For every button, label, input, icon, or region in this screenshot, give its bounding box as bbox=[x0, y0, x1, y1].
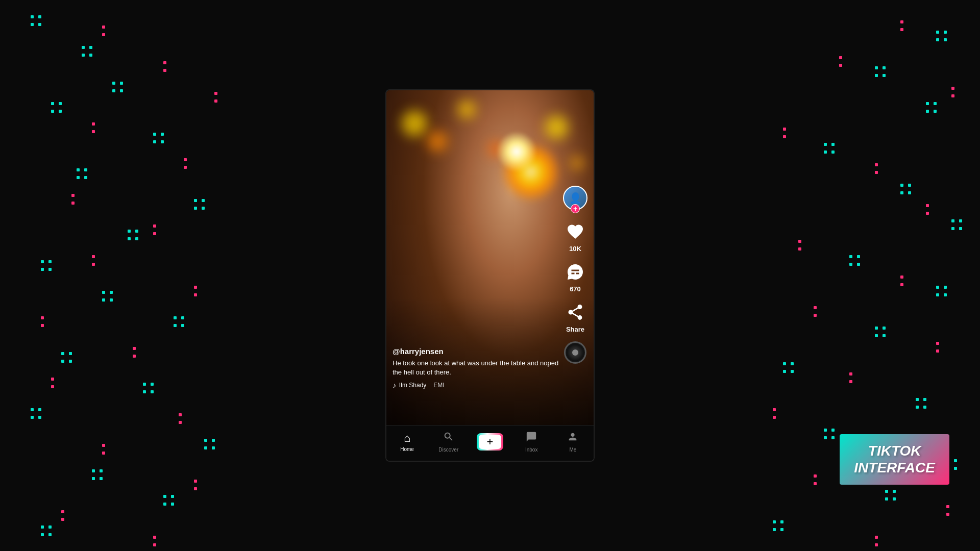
plus-gradient-bg: + bbox=[477, 433, 503, 450]
discover-icon bbox=[443, 431, 454, 445]
comment-icon bbox=[564, 261, 586, 283]
spinning-record bbox=[564, 341, 586, 364]
comment-button[interactable]: 670 bbox=[564, 261, 586, 293]
home-icon: ⌂ bbox=[404, 432, 410, 445]
share-label: Share bbox=[566, 325, 584, 333]
video-info-panel: @harryjensen He took one look at what wa… bbox=[393, 347, 560, 389]
video-caption: He took one look at what was under the t… bbox=[393, 359, 560, 377]
follow-button[interactable]: + bbox=[571, 204, 580, 213]
inbox-label: Inbox bbox=[525, 447, 537, 453]
like-button[interactable]: 10K bbox=[564, 220, 586, 253]
share-button[interactable]: Share bbox=[564, 301, 586, 333]
plus-icon: + bbox=[487, 436, 494, 447]
record-center bbox=[572, 349, 578, 356]
nav-discover[interactable]: Discover bbox=[428, 431, 469, 453]
music-disc[interactable] bbox=[564, 341, 586, 364]
discover-label: Discover bbox=[438, 447, 458, 453]
plus-white-center: + bbox=[479, 435, 501, 449]
me-icon bbox=[567, 431, 578, 445]
tiktok-brand-badge: TIKTOK INTERFACE bbox=[840, 434, 949, 485]
music-note-icon: ♪ bbox=[393, 381, 396, 389]
inbox-icon bbox=[526, 431, 537, 445]
sparkler-center bbox=[496, 131, 537, 172]
video-content[interactable]: 👤 + 10K 670 bbox=[386, 90, 594, 425]
phone-frame: 👤 + 10K 670 bbox=[385, 89, 595, 462]
create-button[interactable]: + bbox=[477, 433, 503, 450]
creator-avatar[interactable]: 👤 + bbox=[563, 186, 587, 210]
bokeh-light bbox=[427, 131, 448, 152]
home-label: Home bbox=[400, 446, 414, 452]
bottom-navigation: ⌂ Home Discover + bbox=[386, 425, 594, 461]
music-row: ♪ lIm Shady EMI bbox=[393, 381, 560, 389]
bokeh-light bbox=[458, 101, 476, 118]
nav-me[interactable]: Me bbox=[552, 431, 594, 453]
me-label: Me bbox=[569, 447, 576, 453]
badge-line2: INTERFACE bbox=[854, 459, 935, 477]
heart-icon bbox=[564, 220, 586, 243]
music-credit: EMI bbox=[433, 382, 444, 389]
nav-plus[interactable]: + bbox=[469, 433, 510, 450]
bokeh-light bbox=[545, 116, 568, 139]
like-count: 10K bbox=[569, 245, 581, 253]
action-buttons-panel: 👤 + 10K 670 bbox=[563, 186, 587, 364]
bokeh-light bbox=[571, 157, 583, 169]
bokeh-light bbox=[402, 111, 427, 136]
badge-line1: TIKTOK bbox=[854, 442, 935, 460]
nav-inbox[interactable]: Inbox bbox=[511, 431, 552, 453]
creator-username[interactable]: @harryjensen bbox=[393, 347, 560, 356]
music-name: lIm Shady bbox=[399, 382, 426, 389]
share-icon bbox=[564, 301, 586, 323]
comment-count: 670 bbox=[570, 285, 581, 293]
nav-home[interactable]: ⌂ Home bbox=[386, 432, 428, 452]
